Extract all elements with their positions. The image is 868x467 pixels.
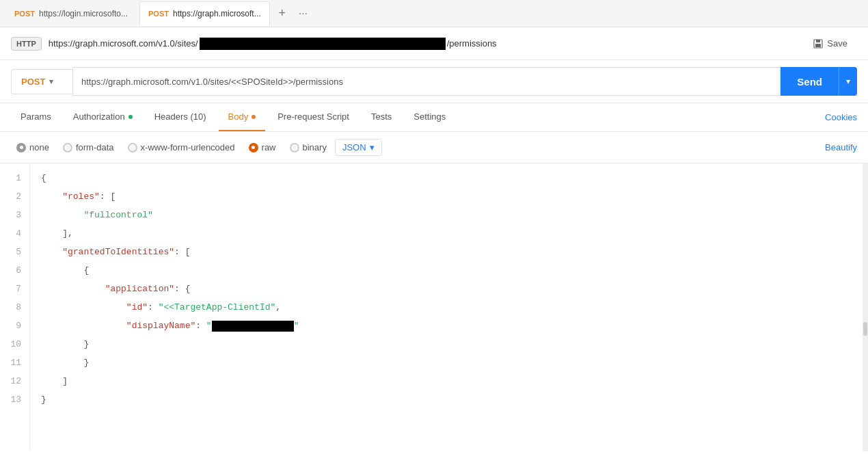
url-input[interactable] — [72, 67, 781, 96]
format-form-data-radio[interactable] — [63, 143, 72, 152]
code-line-13: } — [41, 390, 868, 409]
request-bar: POST ▾ Send ▾ — [0, 60, 868, 103]
code-content[interactable]: { "roles": [ "fullcontrol" ], "grantedTo… — [30, 163, 868, 451]
code-line-11: } — [41, 353, 868, 372]
code-line-1: { — [41, 169, 868, 187]
svg-rect-1 — [816, 40, 820, 42]
more-tabs-button[interactable]: ··· — [295, 8, 312, 20]
code-line-6: { — [41, 261, 868, 280]
beautify-button[interactable]: Beautify — [825, 142, 857, 152]
authorization-dot — [128, 115, 133, 119]
url-redacted — [200, 38, 446, 50]
tab-pre-request-label: Pre-request Script — [277, 111, 349, 122]
save-button[interactable]: Save — [804, 34, 857, 53]
code-line-2: "roles": [ — [41, 187, 868, 206]
line-num-10: 10 — [0, 335, 21, 353]
code-line-10: } — [41, 335, 868, 353]
send-button[interactable]: Send — [781, 67, 839, 96]
format-bar: none form-data x-www-form-urlencoded raw… — [0, 132, 868, 163]
add-tab-button[interactable]: + — [273, 4, 292, 23]
format-none[interactable]: none — [11, 139, 55, 155]
tab-1-url: https://login.microsofto... — [39, 9, 128, 18]
tab-headers[interactable]: Headers (10) — [145, 103, 216, 131]
code-editor: 1 2 3 4 5 6 7 8 9 10 11 12 13 { "roles":… — [0, 163, 868, 451]
format-binary-radio[interactable] — [290, 143, 299, 152]
format-none-radio[interactable] — [16, 143, 26, 152]
line-num-1: 1 — [0, 169, 21, 187]
tabs-nav: Params Authorization Headers (10) Body P… — [0, 103, 868, 132]
scrollbar-thumb[interactable] — [863, 322, 867, 336]
code-line-9: "displayName": "" — [41, 317, 868, 335]
scrollbar-track[interactable] — [863, 163, 868, 451]
json-select-chevron-icon: ▾ — [370, 142, 375, 152]
format-form-data-label: form-data — [76, 142, 114, 152]
line-num-12: 12 — [0, 372, 21, 390]
format-raw-label: raw — [262, 142, 276, 152]
tab-2-method: POST — [148, 10, 169, 18]
tab-settings-label: Settings — [413, 111, 446, 122]
tab-authorization[interactable]: Authorization — [64, 103, 142, 131]
url-suffix: /permissions — [447, 38, 497, 49]
tab-1-method: POST — [14, 10, 35, 18]
url-display: https://graph.microsoft.com/v1.0/sites//… — [49, 38, 798, 50]
line-numbers: 1 2 3 4 5 6 7 8 9 10 11 12 13 — [0, 163, 30, 451]
format-binary-label: binary — [303, 142, 327, 152]
line-num-13: 13 — [0, 390, 21, 409]
save-icon — [813, 39, 823, 49]
format-binary[interactable]: binary — [284, 139, 332, 155]
tab-params-label: Params — [21, 111, 51, 122]
tab-headers-label: Headers (10) — [154, 111, 206, 122]
line-num-8: 8 — [0, 298, 21, 317]
code-line-12: ] — [41, 372, 868, 390]
send-dropdown-button[interactable]: ▾ — [839, 67, 857, 96]
format-urlencoded-radio[interactable] — [128, 143, 137, 152]
code-line-4: ], — [41, 224, 868, 243]
code-line-8: "id": "<<TargetApp-ClientId", — [41, 298, 868, 317]
tab-settings[interactable]: Settings — [404, 103, 455, 131]
http-badge: HTTP — [11, 37, 42, 51]
code-line-3: "fullcontrol" — [41, 206, 868, 224]
svg-rect-2 — [815, 44, 821, 47]
tab-params[interactable]: Params — [11, 103, 61, 131]
json-select-label: JSON — [342, 142, 366, 152]
tab-body[interactable]: Body — [219, 103, 266, 131]
tab-bar: POST https://login.microsofto... POST ht… — [0, 0, 868, 27]
line-num-2: 2 — [0, 187, 21, 206]
format-form-data[interactable]: form-data — [57, 139, 120, 155]
url-bar: HTTP https://graph.microsoft.com/v1.0/si… — [0, 27, 868, 60]
tab-2[interactable]: POST https://graph.microsoft... — [139, 1, 270, 26]
format-raw[interactable]: raw — [243, 139, 282, 155]
line-num-6: 6 — [0, 261, 21, 280]
save-label: Save — [827, 38, 847, 49]
tab-tests[interactable]: Tests — [362, 103, 401, 131]
tab-1[interactable]: POST https://login.microsofto... — [5, 1, 137, 26]
method-label: POST — [21, 77, 45, 87]
body-dot — [252, 115, 256, 119]
method-select[interactable]: POST ▾ — [11, 69, 72, 94]
line-num-9: 9 — [0, 317, 21, 335]
line-num-3: 3 — [0, 206, 21, 224]
line-num-7: 7 — [0, 280, 21, 298]
tab-body-label: Body — [228, 111, 249, 122]
line-num-5: 5 — [0, 243, 21, 261]
format-none-label: none — [29, 142, 49, 152]
format-urlencoded-label: x-www-form-urlencoded — [141, 142, 235, 152]
tab-2-url: https://graph.microsoft... — [173, 9, 261, 18]
code-line-5: "grantedToIdentities": [ — [41, 243, 868, 261]
redacted-display-name — [212, 321, 294, 332]
code-line-7: "application": { — [41, 280, 868, 298]
line-num-4: 4 — [0, 224, 21, 243]
send-button-group: Send ▾ — [781, 67, 857, 96]
url-prefix: https://graph.microsoft.com/v1.0/sites/ — [49, 38, 198, 49]
json-select[interactable]: JSON ▾ — [335, 139, 382, 156]
tab-tests-label: Tests — [371, 111, 392, 122]
format-raw-radio[interactable] — [249, 143, 258, 152]
tab-pre-request[interactable]: Pre-request Script — [268, 103, 359, 131]
method-chevron-icon: ▾ — [49, 77, 53, 86]
format-urlencoded[interactable]: x-www-form-urlencoded — [122, 139, 241, 155]
cookies-link[interactable]: Cookies — [825, 112, 857, 122]
tab-authorization-label: Authorization — [73, 111, 125, 122]
line-num-11: 11 — [0, 353, 21, 372]
